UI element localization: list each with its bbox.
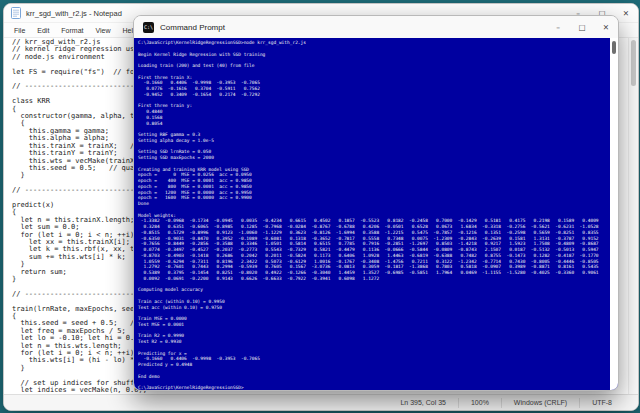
cmd-console-output[interactable]: C:\JavaScript\KernelRidgeRegressionSGD>n… [134, 38, 610, 390]
status-line-ending[interactable]: Windows (CRLF) [501, 398, 579, 408]
cmd-window-title: Command Prompt [160, 23, 225, 32]
cmd-vertical-scrollbar[interactable] [610, 38, 618, 390]
cmd-console-area: C:\JavaScript\KernelRidgeRegressionSGD>n… [134, 38, 618, 390]
command-prompt-window: C:\ Command Prompt – □ ✕ C:\JavaScript\K… [133, 15, 619, 391]
notepad-statusbar: Ln 395, Col 35 100% Windows (CRLF) UTF-8 [4, 394, 638, 410]
cmd-maximize-button[interactable]: □ [570, 16, 594, 38]
cmd-scrollbar-thumb[interactable] [612, 41, 616, 54]
status-zoom-level[interactable]: 100% [458, 398, 501, 408]
menu-item-format[interactable]: Format [55, 27, 89, 34]
status-cursor-position: Ln 395, Col 35 [388, 398, 458, 408]
menu-item-view[interactable]: View [90, 27, 117, 34]
notepad-icon [11, 7, 21, 19]
menu-item-file[interactable]: File [8, 27, 31, 34]
cmd-icon: C:\ [143, 22, 154, 33]
menu-item-edit[interactable]: Edit [31, 27, 55, 34]
cmd-minimize-button[interactable]: – [546, 16, 570, 38]
cmd-window-controls: – □ ✕ [546, 16, 618, 38]
notepad-window-title: krr_sgd_with_r2.js - Notepad [26, 9, 122, 18]
cmd-titlebar[interactable]: C:\ Command Prompt – □ ✕ [134, 16, 618, 38]
notepad-vertical-scrollbar[interactable] [628, 38, 638, 394]
cmd-close-button[interactable]: ✕ [594, 16, 618, 38]
notepad-scrollbar-thumb[interactable] [631, 40, 636, 86]
status-encoding[interactable]: UTF-8 [579, 398, 624, 408]
